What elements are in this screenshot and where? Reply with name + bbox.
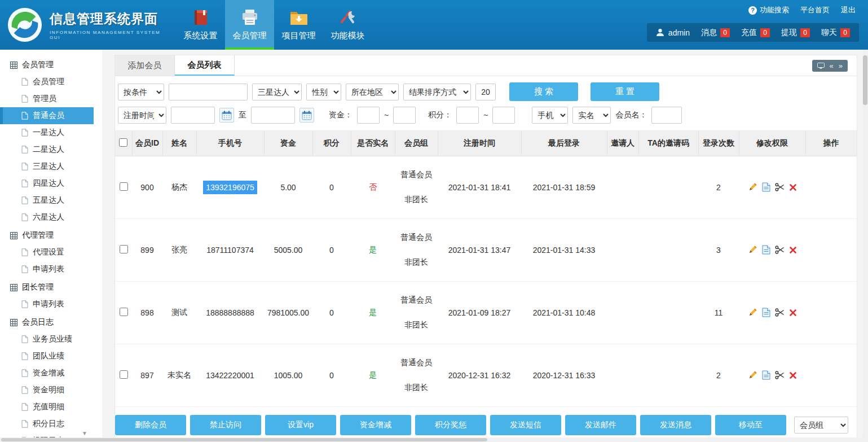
fund-adjust-button[interactable]: 资金增减 xyxy=(340,415,411,435)
select-all-checkbox[interactable] xyxy=(119,138,127,147)
sidebar-item[interactable]: 六星达人 xyxy=(0,209,102,226)
row-checkbox[interactable] xyxy=(120,182,128,191)
pencil-icon[interactable] xyxy=(748,370,757,380)
stat-messages[interactable]: 消息0 xyxy=(701,28,730,38)
horizontal-scrollbar-thumb[interactable] xyxy=(1,438,487,441)
set-vip-button[interactable]: 设置vip xyxy=(265,415,336,435)
link-platform-home[interactable]: 平台首页 xyxy=(800,5,830,15)
double-right-icon[interactable]: » xyxy=(839,62,843,69)
sidebar-item[interactable]: 会员管理 xyxy=(0,73,102,90)
link-function-search[interactable]: ?功能搜索 xyxy=(748,5,789,15)
fund-min-input[interactable] xyxy=(357,107,380,124)
sidebar-item[interactable]: 代理设置 xyxy=(0,244,102,261)
delete-icon[interactable] xyxy=(789,309,797,317)
points-max-input[interactable] xyxy=(492,107,515,124)
scissors-icon[interactable] xyxy=(775,308,785,317)
sidebar-section-title[interactable]: 团长管理 xyxy=(0,279,102,296)
delete-icon[interactable] xyxy=(789,371,797,379)
pencil-icon[interactable] xyxy=(748,245,757,255)
move-to-button[interactable]: 移动至 xyxy=(715,415,786,435)
sidebar-item[interactable]: 五星达人 xyxy=(0,192,102,209)
member-name-input[interactable] xyxy=(651,107,682,124)
sidebar-item[interactable]: 资金增减 xyxy=(0,365,102,382)
send-email-button[interactable]: 发送邮件 xyxy=(565,415,636,435)
date-from-calendar-button[interactable] xyxy=(219,108,234,122)
sidebar-item[interactable]: 一星达人 xyxy=(0,124,102,141)
sidebar-item[interactable]: 申请列表 xyxy=(0,296,102,313)
search-button[interactable]: 搜 索 xyxy=(509,82,578,101)
link-logout[interactable]: 退出 xyxy=(841,5,856,15)
member-login-count: 11 xyxy=(698,281,739,344)
condition-select[interactable]: 按条件 xyxy=(118,84,164,100)
scissors-icon[interactable] xyxy=(775,182,785,192)
sidebar-item[interactable]: 团队业绩 xyxy=(0,348,102,365)
member-group-tag: 非团长 xyxy=(404,383,428,393)
sidebar-item[interactable]: 三星达人 xyxy=(0,158,102,175)
reset-button[interactable]: 重 置 xyxy=(591,82,659,101)
sidebar-scroll-down-icon[interactable]: ▼ xyxy=(82,430,87,436)
keyword-input[interactable] xyxy=(169,84,248,100)
send-sms-button[interactable]: 发送短信 xyxy=(490,415,561,435)
row-checkbox[interactable] xyxy=(120,308,128,316)
delete-icon[interactable] xyxy=(789,183,797,191)
move-target-select[interactable]: 会员组 xyxy=(794,417,848,434)
column-header: 登录次数 xyxy=(698,131,739,156)
sidebar-item[interactable]: 充值明细 xyxy=(0,399,102,415)
stat-recharge[interactable]: 充值0 xyxy=(741,28,770,38)
time-type-select[interactable]: 注册时间 xyxy=(118,107,166,124)
sidebar-item[interactable]: 普通会员 xyxy=(0,107,94,124)
sidebar-item[interactable]: 业务员业绩 xyxy=(0,331,102,348)
pencil-icon[interactable] xyxy=(748,308,757,317)
nav-item-function-modules[interactable]: 功能模块 xyxy=(323,0,372,50)
delete-icon[interactable] xyxy=(789,246,797,254)
tab-add-member[interactable]: 添加会员 xyxy=(115,55,175,76)
phone-field-select[interactable]: 手机 xyxy=(532,107,568,124)
double-left-icon[interactable]: « xyxy=(830,62,834,69)
nav-item-project-management[interactable]: 项目管理 xyxy=(274,0,323,50)
send-message-button[interactable]: 发送消息 xyxy=(640,415,711,435)
doc-icon xyxy=(21,300,28,308)
sidebar-item[interactable]: 二星达人 xyxy=(0,141,102,158)
vertical-scrollbar[interactable] xyxy=(862,50,868,437)
date-from-input[interactable] xyxy=(171,107,215,124)
points-reward-button[interactable]: 积分奖惩 xyxy=(415,415,486,435)
nav-item-member-management[interactable]: 会员管理 xyxy=(225,0,274,50)
region-select[interactable]: 所在地区 xyxy=(346,84,399,100)
horizontal-scrollbar[interactable] xyxy=(0,437,868,442)
scissors-icon[interactable] xyxy=(775,370,785,380)
fund-max-input[interactable] xyxy=(393,107,416,124)
sidebar-item[interactable]: 四星达人 xyxy=(0,175,102,192)
pencil-icon[interactable] xyxy=(748,182,757,192)
document-icon[interactable] xyxy=(762,308,770,317)
scissors-icon[interactable] xyxy=(775,245,785,255)
page-size-input[interactable] xyxy=(475,84,496,100)
ban-access-button[interactable]: 禁止访问 xyxy=(190,415,261,435)
sidebar-section-title[interactable]: 会员日志 xyxy=(0,314,102,331)
sort-select[interactable]: 结果排序方式 xyxy=(403,84,471,100)
sidebar-section-title[interactable]: 会员管理 xyxy=(0,56,102,73)
points-min-input[interactable] xyxy=(456,107,479,124)
document-icon[interactable] xyxy=(762,370,770,380)
realname-select[interactable]: 实名 xyxy=(572,107,611,124)
member-group-tag: 非团长 xyxy=(404,195,428,205)
delete-member-button[interactable]: 删除会员 xyxy=(115,415,186,435)
vertical-scrollbar-thumb[interactable] xyxy=(863,55,867,105)
sidebar-item[interactable]: 管理员 xyxy=(0,90,102,107)
row-checkbox[interactable] xyxy=(120,245,128,253)
date-to-calendar-button[interactable] xyxy=(299,108,314,122)
nav-item-system-settings[interactable]: 系统设置 xyxy=(176,0,225,50)
date-to-input[interactable] xyxy=(251,107,295,124)
sidebar-section-title[interactable]: 代理管理 xyxy=(0,227,102,244)
user-info[interactable]: admin xyxy=(656,28,690,37)
row-checkbox[interactable] xyxy=(120,370,128,379)
level-select[interactable]: 三星达人 xyxy=(252,84,302,100)
sidebar-item[interactable]: 资金明细 xyxy=(0,382,102,399)
document-icon[interactable] xyxy=(762,182,770,192)
monitor-icon[interactable] xyxy=(817,63,825,69)
stat-withdraw[interactable]: 提现0 xyxy=(781,28,810,38)
sidebar-item[interactable]: 申请列表 xyxy=(0,261,102,278)
document-icon[interactable] xyxy=(762,245,770,255)
gender-select[interactable]: 性别 xyxy=(306,84,341,100)
tab-member-list[interactable]: 会员列表 xyxy=(175,55,235,76)
stat-chat[interactable]: 聊天0 xyxy=(821,28,850,38)
